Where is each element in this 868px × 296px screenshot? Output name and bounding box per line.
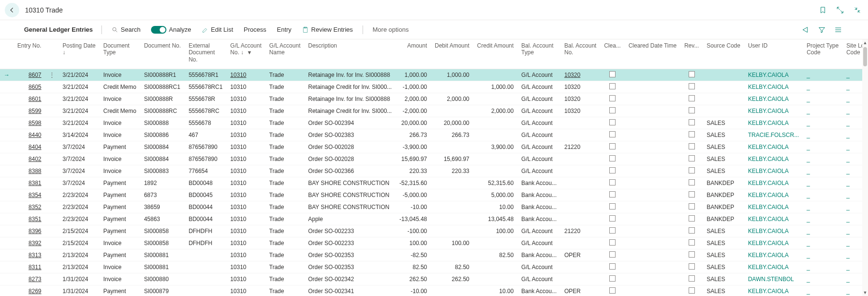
edit-icon (202, 26, 209, 33)
menu-icon (834, 26, 842, 34)
bookmark-button[interactable] (817, 4, 829, 16)
collapse-button[interactable] (852, 4, 863, 16)
more-options-label: More options (373, 26, 409, 33)
top-bar: 10310 Trade (0, 0, 868, 20)
process-button[interactable]: Process (240, 24, 270, 35)
arrow-left-icon (9, 7, 15, 13)
svg-rect-1 (303, 27, 307, 32)
list-menu-button[interactable] (832, 24, 844, 36)
popout-icon (836, 6, 844, 14)
divider (101, 25, 102, 34)
divider (363, 25, 363, 34)
toolbar-title: General Ledger Entries (24, 26, 93, 33)
edit-list-button[interactable]: Edit List (198, 24, 237, 35)
svg-point-0 (113, 27, 116, 31)
search-icon (112, 26, 118, 33)
process-label: Process (244, 26, 266, 33)
toggle-icon (151, 26, 166, 34)
analyze-label: Analyze (169, 26, 191, 33)
search-button[interactable]: Search (108, 24, 144, 35)
entry-label: Entry (277, 26, 291, 33)
popout-button[interactable] (834, 4, 846, 16)
review-label: Review Entries (311, 26, 353, 33)
filter-icon (818, 26, 826, 34)
search-label: Search (121, 26, 140, 33)
page-title: 10310 Trade (25, 6, 63, 14)
analyze-toggle[interactable]: Analyze (147, 24, 195, 36)
back-button[interactable] (5, 3, 19, 17)
action-toolbar: General Ledger Entries Search Analyze Ed… (0, 20, 868, 39)
bookmark-icon (819, 6, 827, 14)
edit-list-label: Edit List (211, 26, 233, 33)
entry-button[interactable]: Entry (273, 24, 295, 35)
filter-button[interactable] (816, 24, 828, 36)
collapse-icon (854, 6, 861, 14)
more-options-button[interactable]: More options (369, 24, 413, 35)
share-button[interactable] (800, 24, 811, 36)
clipboard-icon (302, 26, 309, 33)
share-icon (802, 26, 809, 34)
review-button[interactable]: Review Entries (298, 24, 357, 35)
